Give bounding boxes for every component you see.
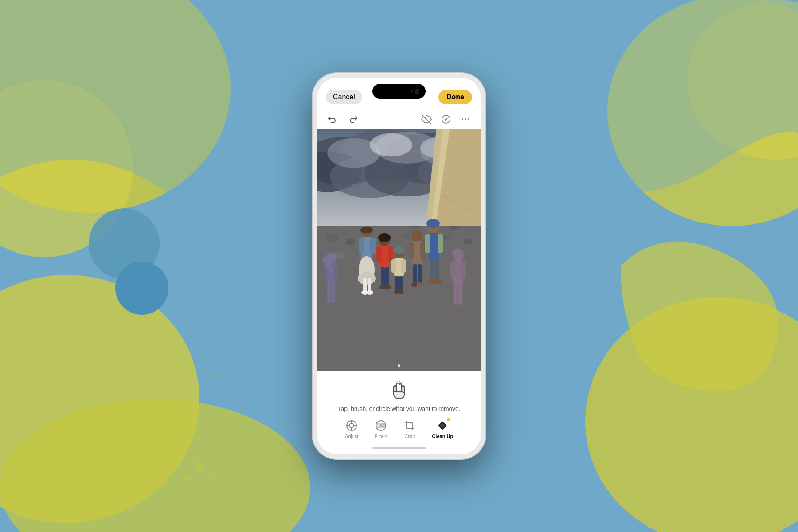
crop-tool[interactable]: Crop	[403, 419, 416, 439]
ghost-figure-right	[445, 248, 471, 310]
svg-rect-100	[401, 259, 406, 273]
svg-rect-77	[360, 227, 373, 233]
svg-rect-90	[376, 246, 382, 262]
ghost-figure-left	[320, 253, 342, 310]
done-button[interactable]: Done	[438, 90, 472, 104]
svg-rect-107	[409, 242, 414, 259]
edit-tools-group	[420, 113, 472, 126]
crop-label: Crop	[405, 434, 415, 439]
pen-tool-button[interactable]	[439, 113, 453, 126]
family-group	[350, 212, 448, 327]
undo-redo-group	[326, 113, 360, 126]
cleanup-icon	[436, 419, 449, 432]
island-dot	[411, 90, 413, 92]
filters-label: Filters	[374, 434, 387, 439]
svg-rect-134	[407, 422, 413, 429]
phone-screen: Cancel Done	[317, 78, 481, 454]
cleanup-gesture-icon	[388, 379, 410, 402]
dynamic-island	[372, 84, 426, 99]
crop-icon	[403, 419, 416, 432]
svg-point-30	[370, 133, 412, 157]
svg-point-49	[326, 234, 339, 242]
filters-icon	[375, 419, 387, 432]
svg-point-88	[378, 233, 391, 242]
svg-rect-110	[418, 264, 422, 284]
svg-rect-108	[420, 242, 426, 259]
svg-rect-119	[435, 259, 439, 281]
undo-button[interactable]	[326, 113, 339, 126]
svg-rect-67	[327, 286, 331, 303]
svg-point-12	[211, 472, 215, 477]
svg-rect-92	[381, 267, 385, 287]
svg-rect-66	[333, 264, 338, 280]
svg-rect-72	[450, 261, 455, 278]
svg-line-124	[401, 382, 402, 383]
filters-tool[interactable]: Filters	[374, 419, 387, 439]
svg-rect-101	[395, 276, 399, 292]
svg-rect-74	[454, 285, 458, 305]
visibility-toggle-button[interactable]	[420, 113, 433, 126]
island-camera	[415, 89, 419, 94]
svg-point-86	[366, 290, 373, 295]
svg-point-95	[384, 285, 391, 289]
adjust-label: Adjust	[345, 434, 359, 439]
svg-line-122	[397, 381, 398, 382]
pagination-dot	[398, 364, 400, 367]
svg-rect-79	[359, 238, 364, 254]
adjust-tool[interactable]: Adjust	[345, 419, 359, 439]
svg-point-121	[434, 279, 442, 284]
svg-point-70	[452, 249, 464, 260]
svg-rect-118	[430, 259, 434, 281]
editing-toolbar: Adjust Filters	[317, 419, 481, 439]
svg-point-104	[398, 290, 404, 294]
svg-rect-109	[413, 264, 417, 284]
svg-point-105	[411, 230, 422, 242]
svg-rect-117	[438, 234, 443, 253]
svg-rect-116	[425, 234, 430, 253]
svg-point-13	[184, 476, 189, 481]
svg-point-16	[462, 118, 463, 120]
bottom-panel: Tap, brush, or circle what you want to r…	[317, 371, 481, 454]
svg-rect-83	[363, 278, 367, 292]
redo-button[interactable]	[346, 113, 360, 126]
cancel-button[interactable]: Cancel	[326, 90, 362, 104]
secondary-toolbar	[317, 110, 481, 129]
svg-rect-84	[368, 278, 371, 292]
cleanup-label: Clean Up	[432, 434, 453, 439]
adjust-icon	[345, 419, 358, 432]
svg-point-17	[465, 118, 466, 120]
svg-point-112	[416, 282, 423, 287]
svg-rect-68	[332, 286, 335, 303]
photo-display[interactable]	[317, 129, 481, 371]
svg-rect-99	[391, 259, 396, 273]
svg-rect-73	[461, 261, 466, 278]
photo-scene	[317, 129, 481, 371]
svg-rect-102	[399, 276, 403, 292]
home-indicator[interactable]	[372, 447, 426, 449]
svg-point-126	[349, 423, 354, 428]
svg-point-18	[468, 118, 469, 120]
cleanup-tool[interactable]: Clean Up	[432, 419, 453, 439]
svg-point-133	[380, 423, 385, 428]
svg-rect-75	[458, 285, 462, 305]
svg-point-9	[115, 262, 168, 315]
svg-point-114	[426, 219, 440, 228]
more-options-button[interactable]	[459, 113, 472, 126]
phone-body: Cancel Done	[313, 73, 485, 459]
svg-point-97	[393, 246, 405, 254]
instruction-label: Tap, brush, or circle what you want to r…	[338, 405, 460, 412]
phone-mockup: Cancel Done	[313, 73, 485, 459]
svg-point-56	[463, 238, 473, 244]
svg-rect-93	[385, 267, 389, 287]
svg-rect-80	[370, 238, 376, 254]
svg-point-11	[196, 462, 203, 469]
active-indicator-dot	[447, 418, 450, 421]
